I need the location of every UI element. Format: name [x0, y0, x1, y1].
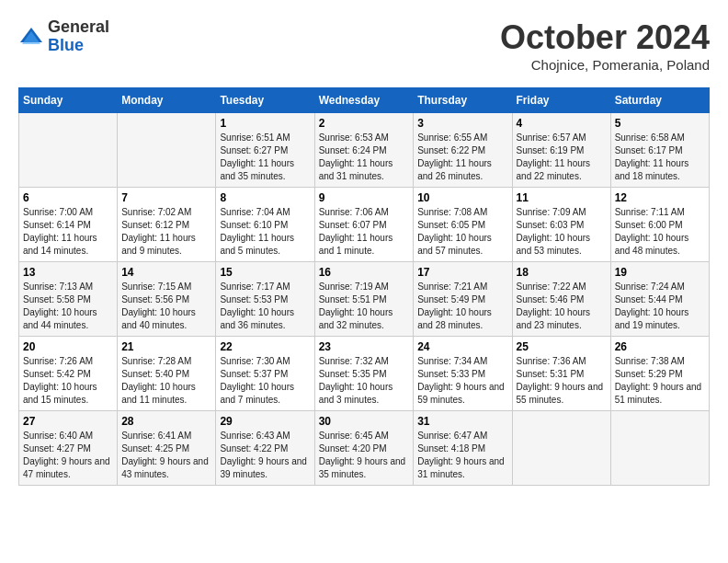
- day-number: 4: [517, 117, 607, 130]
- day-of-week-header: Monday: [118, 88, 216, 113]
- calendar-cell: 1Sunrise: 6:51 AM Sunset: 6:27 PM Daylig…: [216, 113, 314, 188]
- calendar-cell: [512, 411, 610, 486]
- day-number: 19: [615, 266, 705, 279]
- day-info: Sunrise: 6:57 AM Sunset: 6:19 PM Dayligh…: [517, 132, 607, 183]
- day-info: Sunrise: 6:40 AM Sunset: 4:27 PM Dayligh…: [23, 430, 113, 481]
- calendar-cell: 10Sunrise: 7:08 AM Sunset: 6:05 PM Dayli…: [414, 188, 512, 262]
- calendar-week-row: 27Sunrise: 6:40 AM Sunset: 4:27 PM Dayli…: [19, 411, 710, 486]
- day-number: 10: [417, 191, 507, 204]
- day-info: Sunrise: 6:47 AM Sunset: 4:18 PM Dayligh…: [417, 430, 507, 481]
- day-number: 20: [23, 340, 113, 353]
- day-of-week-header: Thursday: [414, 88, 512, 113]
- calendar-cell: 24Sunrise: 7:34 AM Sunset: 5:33 PM Dayli…: [414, 337, 512, 411]
- day-number: 29: [220, 415, 310, 428]
- calendar-cell: 4Sunrise: 6:57 AM Sunset: 6:19 PM Daylig…: [512, 113, 610, 188]
- day-number: 23: [319, 340, 410, 353]
- day-info: Sunrise: 7:24 AM Sunset: 5:44 PM Dayligh…: [615, 281, 705, 332]
- day-info: Sunrise: 7:13 AM Sunset: 5:58 PM Dayligh…: [23, 281, 113, 332]
- day-number: 26: [615, 340, 705, 353]
- day-info: Sunrise: 7:00 AM Sunset: 6:14 PM Dayligh…: [23, 206, 113, 258]
- calendar-cell: 2Sunrise: 6:53 AM Sunset: 6:24 PM Daylig…: [314, 113, 414, 188]
- month-title: October 2024: [500, 18, 710, 57]
- day-number: 12: [615, 191, 705, 204]
- day-number: 3: [417, 117, 507, 130]
- calendar-cell: [610, 411, 709, 486]
- location-subtitle: Chojnice, Pomerania, Poland: [500, 57, 710, 73]
- logo-general: General: [48, 18, 109, 37]
- day-info: Sunrise: 7:22 AM Sunset: 5:46 PM Dayligh…: [517, 281, 607, 332]
- day-number: 15: [220, 266, 310, 279]
- calendar-cell: 17Sunrise: 7:21 AM Sunset: 5:49 PM Dayli…: [414, 262, 512, 337]
- calendar-cell: 11Sunrise: 7:09 AM Sunset: 6:03 PM Dayli…: [512, 188, 610, 262]
- day-info: Sunrise: 7:38 AM Sunset: 5:29 PM Dayligh…: [615, 355, 705, 407]
- day-info: Sunrise: 6:43 AM Sunset: 4:22 PM Dayligh…: [220, 430, 310, 481]
- day-info: Sunrise: 6:53 AM Sunset: 6:24 PM Dayligh…: [319, 132, 410, 183]
- calendar-cell: 18Sunrise: 7:22 AM Sunset: 5:46 PM Dayli…: [512, 262, 610, 337]
- calendar-cell: 30Sunrise: 6:45 AM Sunset: 4:20 PM Dayli…: [314, 411, 414, 486]
- day-info: Sunrise: 6:58 AM Sunset: 6:17 PM Dayligh…: [615, 132, 705, 183]
- day-number: 14: [121, 266, 211, 279]
- day-of-week-header: Wednesday: [314, 88, 414, 113]
- calendar-cell: 12Sunrise: 7:11 AM Sunset: 6:00 PM Dayli…: [610, 188, 709, 262]
- day-number: 25: [517, 340, 607, 353]
- calendar-cell: 7Sunrise: 7:02 AM Sunset: 6:12 PM Daylig…: [118, 188, 216, 262]
- calendar-cell: 26Sunrise: 7:38 AM Sunset: 5:29 PM Dayli…: [610, 337, 709, 411]
- calendar-cell: [118, 113, 216, 188]
- day-info: Sunrise: 7:11 AM Sunset: 6:00 PM Dayligh…: [615, 206, 705, 258]
- title-block: October 2024 Chojnice, Pomerania, Poland: [500, 18, 710, 73]
- calendar-cell: 16Sunrise: 7:19 AM Sunset: 5:51 PM Dayli…: [314, 262, 414, 337]
- logo: General Blue: [18, 18, 109, 55]
- calendar-week-row: 6Sunrise: 7:00 AM Sunset: 6:14 PM Daylig…: [19, 188, 710, 262]
- calendar-cell: 20Sunrise: 7:26 AM Sunset: 5:42 PM Dayli…: [19, 337, 118, 411]
- day-number: 28: [121, 415, 211, 428]
- calendar-cell: 9Sunrise: 7:06 AM Sunset: 6:07 PM Daylig…: [314, 188, 414, 262]
- calendar-cell: 29Sunrise: 6:43 AM Sunset: 4:22 PM Dayli…: [216, 411, 314, 486]
- calendar-table: SundayMondayTuesdayWednesdayThursdayFrid…: [18, 87, 710, 486]
- day-info: Sunrise: 6:45 AM Sunset: 4:20 PM Dayligh…: [319, 430, 410, 481]
- day-number: 21: [121, 340, 211, 353]
- day-info: Sunrise: 7:32 AM Sunset: 5:35 PM Dayligh…: [319, 355, 410, 407]
- day-number: 24: [417, 340, 507, 353]
- calendar-week-row: 20Sunrise: 7:26 AM Sunset: 5:42 PM Dayli…: [19, 337, 710, 411]
- day-info: Sunrise: 6:51 AM Sunset: 6:27 PM Dayligh…: [220, 132, 310, 183]
- day-number: 6: [23, 191, 113, 204]
- day-info: Sunrise: 7:02 AM Sunset: 6:12 PM Dayligh…: [121, 206, 211, 258]
- calendar-cell: 22Sunrise: 7:30 AM Sunset: 5:37 PM Dayli…: [216, 337, 314, 411]
- calendar-cell: 6Sunrise: 7:00 AM Sunset: 6:14 PM Daylig…: [19, 188, 118, 262]
- calendar-cell: 19Sunrise: 7:24 AM Sunset: 5:44 PM Dayli…: [610, 262, 709, 337]
- calendar-cell: 14Sunrise: 7:15 AM Sunset: 5:56 PM Dayli…: [118, 262, 216, 337]
- day-info: Sunrise: 7:17 AM Sunset: 5:53 PM Dayligh…: [220, 281, 310, 332]
- day-info: Sunrise: 7:06 AM Sunset: 6:07 PM Dayligh…: [319, 206, 410, 258]
- day-number: 1: [220, 117, 310, 130]
- day-number: 31: [417, 415, 507, 428]
- logo-icon: [18, 24, 44, 50]
- day-number: 8: [220, 191, 310, 204]
- day-of-week-header: Sunday: [19, 88, 118, 113]
- day-number: 16: [319, 266, 410, 279]
- calendar-cell: 8Sunrise: 7:04 AM Sunset: 6:10 PM Daylig…: [216, 188, 314, 262]
- day-info: Sunrise: 7:15 AM Sunset: 5:56 PM Dayligh…: [121, 281, 211, 332]
- day-of-week-header: Tuesday: [216, 88, 314, 113]
- day-number: 18: [517, 266, 607, 279]
- day-number: 27: [23, 415, 113, 428]
- calendar-week-row: 13Sunrise: 7:13 AM Sunset: 5:58 PM Dayli…: [19, 262, 710, 337]
- day-info: Sunrise: 7:19 AM Sunset: 5:51 PM Dayligh…: [319, 281, 410, 332]
- calendar-cell: 28Sunrise: 6:41 AM Sunset: 4:25 PM Dayli…: [118, 411, 216, 486]
- day-info: Sunrise: 7:28 AM Sunset: 5:40 PM Dayligh…: [121, 355, 211, 407]
- day-info: Sunrise: 7:08 AM Sunset: 6:05 PM Dayligh…: [417, 206, 507, 258]
- calendar-cell: 23Sunrise: 7:32 AM Sunset: 5:35 PM Dayli…: [314, 337, 414, 411]
- calendar-header-row: SundayMondayTuesdayWednesdayThursdayFrid…: [19, 88, 710, 113]
- day-of-week-header: Saturday: [610, 88, 709, 113]
- calendar-cell: 31Sunrise: 6:47 AM Sunset: 4:18 PM Dayli…: [414, 411, 512, 486]
- day-number: 30: [319, 415, 410, 428]
- day-info: Sunrise: 7:21 AM Sunset: 5:49 PM Dayligh…: [417, 281, 507, 332]
- day-info: Sunrise: 7:30 AM Sunset: 5:37 PM Dayligh…: [220, 355, 310, 407]
- day-number: 22: [220, 340, 310, 353]
- day-info: Sunrise: 6:55 AM Sunset: 6:22 PM Dayligh…: [417, 132, 507, 183]
- day-number: 2: [319, 117, 410, 130]
- day-info: Sunrise: 6:41 AM Sunset: 4:25 PM Dayligh…: [121, 430, 211, 481]
- calendar-cell: 13Sunrise: 7:13 AM Sunset: 5:58 PM Dayli…: [19, 262, 118, 337]
- day-number: 9: [319, 191, 410, 204]
- calendar-cell: 27Sunrise: 6:40 AM Sunset: 4:27 PM Dayli…: [19, 411, 118, 486]
- calendar-cell: 25Sunrise: 7:36 AM Sunset: 5:31 PM Dayli…: [512, 337, 610, 411]
